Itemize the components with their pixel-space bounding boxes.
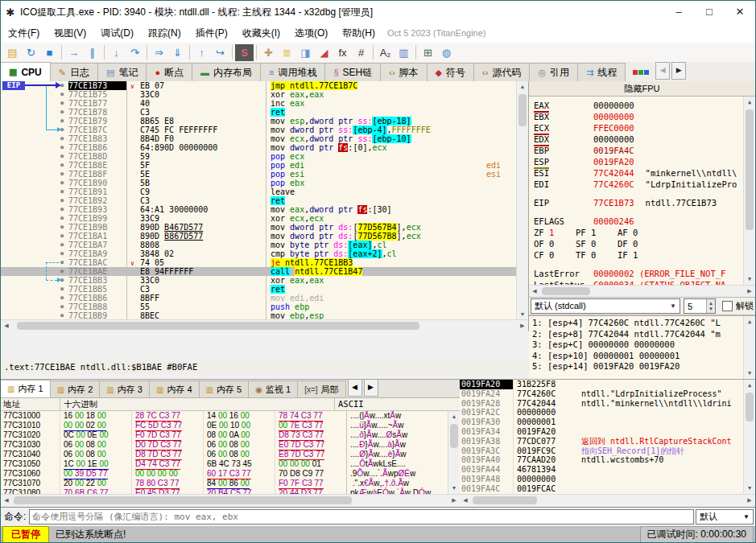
- menu-item-2[interactable]: 调试(D): [93, 23, 141, 43]
- register-row[interactable]: EDI77C4260C"LdrpInitializePro: [534, 179, 755, 190]
- disasm-row[interactable]: ●77CE1B838B4D F0mov ecx,dword ptr ss:[eb…: [1, 134, 517, 143]
- dump-tab-内存 4[interactable]: ▥内存 4: [149, 381, 200, 397]
- modules-cubes-icon[interactable]: [632, 64, 649, 78]
- register-row[interactable]: ESI77C42044"minkernel\\ntdll\: [534, 167, 755, 179]
- stack-row[interactable]: 0019FA4077CAAD20ntdll.wcstombs+70: [460, 455, 755, 465]
- disasm-hscrollbar[interactable]: ◀ ▶: [1, 319, 528, 331]
- dump-row[interactable]: 77C3103006 00 08 00D0 7D C3 7706 00 08 0…: [1, 440, 460, 450]
- disasm-row[interactable]: ●77CE1B7533C0xor eax,eax: [1, 90, 517, 99]
- argument-row[interactable]: 3: [esp+C] 00000000 00000000: [532, 339, 755, 351]
- close-button[interactable]: ✕: [725, 2, 755, 23]
- dump-tab-内存 3[interactable]: ▥内存 3: [99, 381, 150, 397]
- run-to-user-code-icon[interactable]: ↑: [192, 44, 211, 61]
- disassembly-pane[interactable]: ●77CE1B73∨EB 07jmp ntdll.77CE1B7C●77CE1B…: [1, 81, 529, 331]
- tab-调用堆栈[interactable]: ≡调用堆栈: [260, 63, 325, 81]
- hash-icon[interactable]: #: [352, 44, 370, 61]
- tab-笔记[interactable]: ▤笔记: [97, 63, 147, 81]
- tab-scroll-left[interactable]: ◀: [655, 62, 670, 80]
- register-row[interactable]: EDX00000000: [534, 134, 755, 145]
- argument-row[interactable]: 2: [esp+8] 77C42044 ntdll.77C42044 "m: [532, 329, 755, 340]
- disasm-row[interactable]: ●77CE1BB855push ebp: [1, 302, 517, 311]
- tab-符号[interactable]: ◆符号: [427, 63, 474, 81]
- tab-线程[interactable]: ⇉线程: [577, 63, 626, 81]
- menu-item-3[interactable]: 跟踪(N): [141, 23, 188, 43]
- dump-tab-内存 2[interactable]: ▥内存 2: [50, 381, 101, 397]
- dump-row[interactable]: 77C310200C 00 0E 00F0 7D C3 7708 00 0A 0…: [1, 430, 460, 440]
- calling-convention-select[interactable]: 默认 (stdcall) ▼: [531, 298, 680, 314]
- stack-row[interactable]: 0019FA4800000000: [460, 475, 755, 484]
- dump-tab-scroll-left[interactable]: ◀: [348, 379, 362, 397]
- register-row[interactable]: ESP0019FA20: [534, 156, 755, 167]
- tab-源代码[interactable]: ‹›源代码: [473, 63, 530, 81]
- hide-fpu-button[interactable]: 隐藏FPU: [529, 81, 755, 97]
- unlock-checkbox[interactable]: [722, 301, 733, 311]
- disasm-row[interactable]: ●77CE1B92C3ret: [1, 196, 517, 205]
- disasm-row[interactable]: ●77CE1BAC∨74 05je ntdll.77CE1BB3: [1, 258, 517, 267]
- dump-row[interactable]: 77C3108070 6B C6 77E0 45 D3 7720 B4 C5 7…: [1, 488, 460, 494]
- tab-CPU[interactable]: ▦CPU: [0, 62, 51, 81]
- stack-hscrollbar[interactable]: ◀ ▶: [460, 494, 755, 505]
- registers-vscrollbar[interactable]: ▲ ▼: [743, 97, 755, 285]
- argument-row[interactable]: 1: [esp+4] 77C4260C ntdll.77C4260C "L: [532, 318, 755, 329]
- menu-item-0[interactable]: 文件(F): [1, 23, 47, 43]
- disasm-vscrollbar[interactable]: ▲ ▼: [516, 81, 528, 320]
- register-row[interactable]: ECXFFEC0000: [534, 122, 755, 134]
- registers-list[interactable]: ▲ ▼ EAX00000000EBX00000000ECXFFEC0000EDX…: [529, 97, 755, 285]
- attach-icon[interactable]: ▥: [395, 44, 413, 61]
- comments-icon[interactable]: ≣: [278, 44, 296, 61]
- restart-icon[interactable]: ↻: [22, 44, 40, 61]
- run-icon[interactable]: →: [64, 44, 83, 61]
- disasm-row[interactable]: ●77CE1B8D59pop ecx: [1, 152, 517, 161]
- menu-item-7[interactable]: 帮助(H): [335, 23, 382, 43]
- tab-断点[interactable]: ●断点: [146, 63, 192, 81]
- stop-icon[interactable]: ■: [40, 44, 59, 61]
- disasm-row[interactable]: ●77CE1B798B65 E8mov esp,dword ptr ss:[eb…: [1, 117, 517, 125]
- stack-row[interactable]: 0019FA2C00000000: [460, 408, 755, 418]
- register-row[interactable]: LastError00000002 (ERROR_FILE_NOT_F: [534, 268, 755, 279]
- disasm-row[interactable]: ●77CE1B8664:890D 00000000mov dword ptr f…: [1, 143, 517, 152]
- open-file-icon[interactable]: ▤: [3, 44, 22, 61]
- disasm-row[interactable]: ●77CE1B8E5Fpop ediedi: [1, 161, 517, 170]
- register-row[interactable]: EBX00000000: [534, 111, 755, 122]
- stack-row[interactable]: 0019FA3C0019FC9C指向SEH_Record[1]的指针: [460, 446, 755, 456]
- menu-item-4[interactable]: 插件(P): [188, 23, 235, 43]
- dump-tab-内存 1[interactable]: ▥内存 1: [1, 380, 51, 397]
- tab-引用[interactable]: ◎引用: [529, 63, 578, 81]
- command-profile-select[interactable]: 默认 ▼: [696, 509, 754, 524]
- tab-脚本[interactable]: ‹›脚本: [380, 63, 427, 81]
- stack-row[interactable]: 0019FA4C0019FCAC: [460, 484, 755, 494]
- dump-tab-scroll-right[interactable]: ▶: [364, 379, 378, 397]
- flags-row[interactable]: OF 0SF 0DF 0: [534, 238, 755, 249]
- minimize-button[interactable]: –: [663, 2, 694, 23]
- dump-tab-内存 5[interactable]: ▥内存 5: [199, 381, 250, 397]
- disasm-row[interactable]: ●77CE1B78C3ret: [1, 108, 517, 117]
- flags-row[interactable]: ZF 1PF 1AF 0: [534, 227, 755, 238]
- stack-row[interactable]: 0019FA3000000001: [460, 418, 755, 427]
- arg-count-spinner[interactable]: 5 ▲▼: [684, 298, 716, 314]
- menu-item-6[interactable]: 选项(O): [287, 23, 335, 43]
- step-into-icon[interactable]: ↓: [107, 44, 126, 61]
- register-row[interactable]: EBP0019FA4C: [534, 145, 755, 156]
- stack-row[interactable]: 0019FA2031B225F8: [460, 380, 755, 389]
- tab-内存布局[interactable]: ▬内存布局: [192, 63, 261, 81]
- maximize-button[interactable]: □: [694, 2, 725, 23]
- trace-into-user-icon[interactable]: ↪: [211, 44, 229, 61]
- dump-vscrollbar[interactable]: ▲ ▼: [448, 411, 460, 494]
- disasm-row[interactable]: ●77CE1BAEE8 94FFFFFFcall ntdll.77CE1B47: [1, 267, 517, 276]
- stack-row[interactable]: 0019FA2477C4260Cntdll."LdrpInitializePro…: [460, 389, 755, 399]
- dump-hscrollbar[interactable]: ◀ ▶: [1, 494, 460, 505]
- tab-日志[interactable]: ✎日志: [50, 63, 98, 81]
- disasm-row[interactable]: ●77CE1B7740inc eax: [1, 99, 517, 108]
- dump-rows[interactable]: ▲ ▼ 77C3100016 00 18 0028 7C C3 7714 00 …: [1, 411, 460, 494]
- disasm-row[interactable]: ●77CE1B905Bpop ebx: [1, 179, 517, 187]
- fx-icon[interactable]: fx: [333, 44, 352, 61]
- flags-row[interactable]: CF 0TF 0IF 1: [534, 249, 755, 261]
- step-out-icon[interactable]: ⇓: [168, 44, 187, 61]
- stack-row[interactable]: 0019FA2877C42044ntdll."minkernel\\ntdll\…: [460, 399, 755, 409]
- breakpoint-eraser-icon[interactable]: ◢: [315, 44, 333, 61]
- disasm-row[interactable]: ●77CE1BA1890D B867D577mov dword ptr ds:[…: [1, 232, 517, 241]
- register-row[interactable]: EFLAGS00000246: [534, 216, 755, 227]
- register-row[interactable]: EAX00000000: [534, 100, 755, 111]
- disasm-row[interactable]: ●77CE1BA93848 02cmp byte ptr ds:[eax+2],…: [1, 249, 517, 258]
- disasm-row[interactable]: ●77CE1BB5C3ret: [1, 285, 517, 294]
